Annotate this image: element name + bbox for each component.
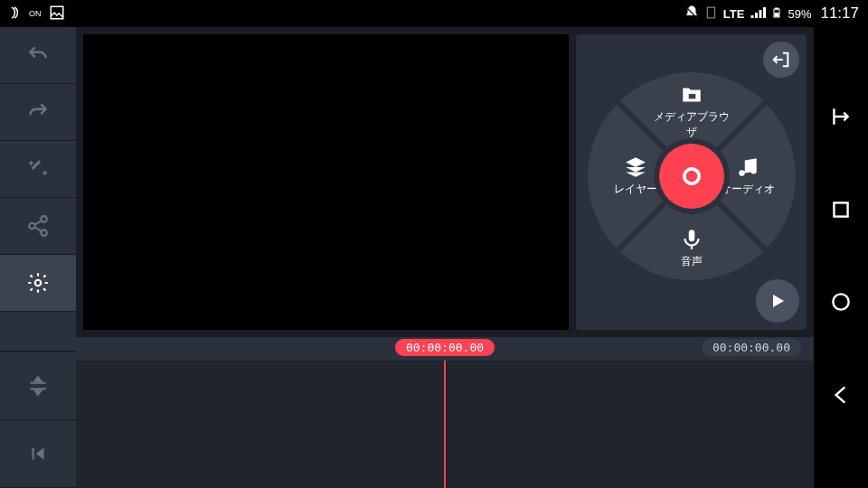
overview-button[interactable] bbox=[829, 290, 853, 317]
total-time: 00:00:00.00 bbox=[702, 339, 801, 356]
timeline[interactable]: 00:00:00.00 00:00:00.00 bbox=[76, 337, 814, 488]
settings-button[interactable] bbox=[0, 255, 76, 312]
battery-percent: 59% bbox=[788, 7, 811, 21]
skip-previous-button[interactable] bbox=[0, 420, 76, 488]
play-button[interactable] bbox=[756, 279, 799, 323]
share-button[interactable] bbox=[0, 198, 76, 255]
svg-rect-3 bbox=[776, 8, 778, 9]
home-button[interactable] bbox=[829, 198, 853, 225]
layer-label: レイヤー bbox=[614, 182, 657, 197]
timeline-ruler[interactable]: 00:00:00.00 00:00:00.00 bbox=[76, 337, 814, 361]
mute-icon bbox=[684, 5, 700, 23]
voice-label: 音声 bbox=[681, 254, 703, 269]
sim-icon bbox=[705, 5, 718, 23]
split-button[interactable] bbox=[0, 352, 76, 420]
svg-point-5 bbox=[41, 216, 47, 222]
media-label: メディアブラウザ bbox=[651, 109, 732, 140]
image-icon bbox=[49, 5, 65, 23]
back-button[interactable] bbox=[829, 383, 853, 410]
svg-rect-9 bbox=[688, 94, 695, 99]
network-type: LTE bbox=[723, 7, 745, 21]
media-browser-button[interactable]: メディアブラウザ bbox=[651, 83, 732, 140]
audio-label: オーディオ bbox=[721, 182, 775, 197]
svg-rect-11 bbox=[834, 202, 847, 216]
clock: 11:17 bbox=[820, 5, 859, 23]
svg-rect-4 bbox=[775, 13, 779, 17]
recent-apps-button[interactable] bbox=[829, 105, 853, 132]
action-wheel-panel: メディアブラウザ レイヤー オーディオ 音声 bbox=[576, 34, 807, 330]
svg-rect-10 bbox=[688, 230, 694, 241]
battery-icon bbox=[771, 5, 782, 23]
redo-button[interactable] bbox=[0, 84, 76, 141]
record-button[interactable] bbox=[659, 144, 724, 209]
nfc-icon bbox=[9, 5, 25, 23]
svg-point-6 bbox=[29, 223, 35, 230]
nfc-label: ON bbox=[29, 9, 42, 18]
svg-rect-0 bbox=[51, 6, 63, 19]
voice-button[interactable]: 音声 bbox=[651, 228, 732, 269]
playhead-time: 00:00:00.00 bbox=[395, 339, 495, 356]
left-toolbar bbox=[0, 27, 76, 488]
svg-point-8 bbox=[35, 280, 42, 286]
magic-button[interactable] bbox=[0, 141, 76, 198]
android-nav-bar bbox=[814, 27, 868, 488]
exit-button[interactable] bbox=[763, 42, 799, 78]
svg-point-7 bbox=[41, 230, 47, 236]
android-status-bar: ON LTE 59% 11:17 bbox=[0, 0, 868, 27]
svg-rect-1 bbox=[707, 7, 714, 18]
svg-point-12 bbox=[833, 295, 848, 310]
video-preview[interactable] bbox=[83, 34, 569, 330]
undo-button[interactable] bbox=[0, 27, 76, 84]
signal-icon bbox=[750, 5, 766, 23]
action-wheel: メディアブラウザ レイヤー オーディオ 音声 bbox=[588, 72, 796, 280]
playhead-line[interactable] bbox=[444, 361, 446, 488]
